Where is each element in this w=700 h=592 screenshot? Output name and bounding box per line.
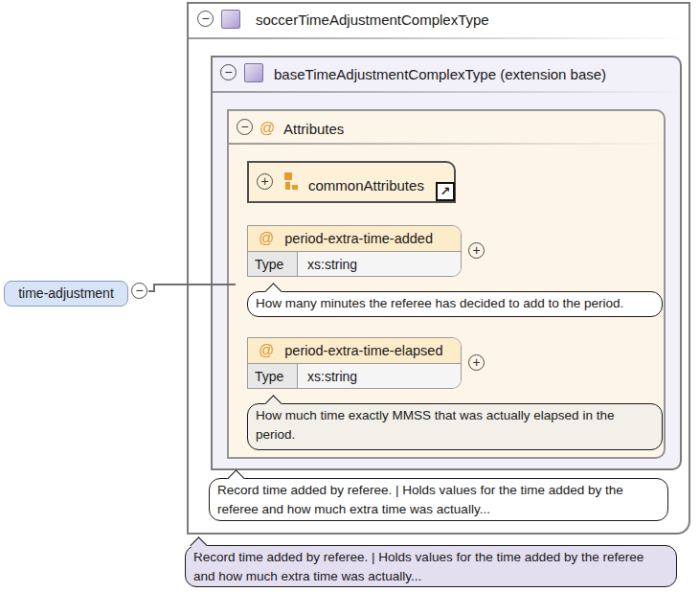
annotation-text: Record time added by referee. | Holds va… [193, 550, 644, 583]
type-value: xs:string [298, 252, 461, 277]
base-type-icon [244, 63, 263, 82]
annotation-inner: Record time added by referee. | Holds va… [209, 478, 668, 521]
type-label: Type [248, 364, 298, 389]
at-icon: @ [260, 120, 275, 137]
collapse-toggle-soccer-type[interactable]: − [197, 11, 214, 27]
attribute-group-label[interactable]: commonAttributes [308, 176, 424, 195]
attribute-period-extra-time-elapsed[interactable]: @ period-extra-time-elapsed Type xs:stri… [247, 337, 462, 389]
collapse-toggle-attributes[interactable]: − [237, 119, 253, 135]
attribute-name: period-extra-time-added [284, 231, 433, 246]
annotation-text: Record time added by referee. | Holds va… [217, 483, 623, 516]
expand-toggle-period-extra-time-added[interactable]: + [468, 242, 485, 259]
collapse-toggle-base-type[interactable]: − [220, 64, 237, 80]
complextype-icon [221, 10, 240, 29]
header-separator [213, 91, 680, 93]
header-separator [189, 37, 679, 39]
type-label: Type [248, 252, 298, 277]
expand-toggle-period-extra-time-elapsed[interactable]: + [468, 354, 485, 371]
attribute-period-extra-time-added[interactable]: @ period-extra-time-added Type xs:string [247, 225, 462, 277]
doc-text: How much time exactly MMSS that was actu… [256, 408, 614, 442]
base-type-title[interactable]: baseTimeAdjustmentComplexType (extension… [274, 65, 606, 84]
annotation-outer: Record time added by referee. | Holds va… [185, 545, 677, 587]
doc-callout-period-extra-time-added: How many minutes the referee has decided… [247, 291, 663, 317]
expand-toggle-common-attributes[interactable]: + [257, 173, 273, 190]
attribute-name: period-extra-time-elapsed [284, 343, 442, 358]
attribute-group-icon [284, 172, 299, 191]
doc-callout-period-extra-time-elapsed: How much time exactly MMSS that was actu… [247, 403, 663, 450]
at-icon: @ [259, 342, 274, 359]
doc-text: How many minutes the referee has decided… [256, 296, 623, 310]
attributes-section-title[interactable]: Attributes [283, 120, 344, 139]
element-time-adjustment[interactable]: time-adjustment [4, 281, 128, 307]
soccer-type-title[interactable]: soccerTimeAdjustmentComplexType [256, 11, 489, 30]
go-to-definition-arrow-icon[interactable]: ↗ [436, 182, 455, 201]
at-icon: @ [259, 230, 274, 247]
header-separator [229, 143, 664, 145]
type-value: xs:string [298, 364, 461, 389]
collapse-toggle-time-adjustment[interactable]: − [131, 283, 147, 299]
